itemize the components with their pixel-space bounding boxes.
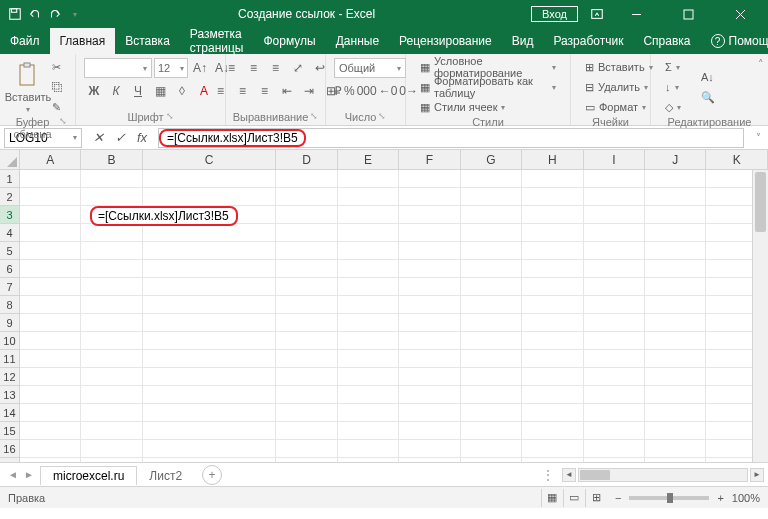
cell[interactable]	[584, 314, 645, 332]
cell[interactable]	[399, 458, 460, 462]
cell[interactable]	[461, 404, 522, 422]
horizontal-scrollbar[interactable]	[578, 468, 748, 482]
view-normal-icon[interactable]: ▦	[541, 489, 563, 507]
cell[interactable]	[584, 386, 645, 404]
sheet-tab[interactable]: Лист2	[137, 467, 194, 485]
comma-icon[interactable]: 000	[357, 81, 377, 101]
row-header[interactable]: 9	[0, 314, 20, 332]
cell[interactable]	[20, 440, 81, 458]
row-header[interactable]: 6	[0, 260, 20, 278]
cell[interactable]	[81, 224, 142, 242]
cell[interactable]	[20, 386, 81, 404]
cell[interactable]	[461, 458, 522, 462]
paste-button[interactable]: Вставить ▾	[8, 61, 48, 114]
cell[interactable]	[81, 350, 142, 368]
cell[interactable]	[338, 422, 399, 440]
cell[interactable]	[461, 368, 522, 386]
cell[interactable]	[20, 224, 81, 242]
cell[interactable]	[276, 224, 337, 242]
row-header[interactable]: 14	[0, 404, 20, 422]
worksheet-grid[interactable]: A B C D E F G H I J K 123456789101112131…	[0, 150, 768, 462]
cell[interactable]	[645, 332, 706, 350]
currency-icon[interactable]: ₽	[334, 81, 342, 101]
format-painter-icon[interactable]: ✎	[52, 98, 63, 116]
col-header[interactable]: A	[20, 150, 81, 169]
row-header[interactable]: 15	[0, 422, 20, 440]
new-sheet-button[interactable]: +	[202, 465, 222, 485]
col-header[interactable]: C	[143, 150, 277, 169]
insert-cells-button[interactable]: ⊞Вставить▾	[579, 58, 659, 76]
cell[interactable]	[399, 422, 460, 440]
undo-icon[interactable]	[28, 7, 42, 21]
cell[interactable]	[584, 296, 645, 314]
cell[interactable]	[20, 296, 81, 314]
row-header[interactable]: 8	[0, 296, 20, 314]
redo-icon[interactable]	[48, 7, 62, 21]
cell[interactable]	[522, 242, 583, 260]
cell[interactable]	[338, 260, 399, 278]
row-header[interactable]: 16	[0, 440, 20, 458]
cell[interactable]	[461, 350, 522, 368]
dialog-launcher-icon[interactable]: ⤡	[310, 111, 318, 123]
cell[interactable]	[20, 170, 81, 188]
cell[interactable]	[143, 386, 277, 404]
view-page-icon[interactable]: ▭	[563, 489, 585, 507]
cell[interactable]	[81, 368, 142, 386]
bold-button[interactable]: Ж	[84, 81, 104, 101]
cell[interactable]	[338, 386, 399, 404]
cell[interactable]	[338, 368, 399, 386]
autosum-button[interactable]: Σ ▾	[659, 58, 687, 76]
cell[interactable]	[645, 224, 706, 242]
cell[interactable]	[399, 224, 460, 242]
zoom-value[interactable]: 100%	[732, 492, 760, 504]
row-header[interactable]: 5	[0, 242, 20, 260]
cell[interactable]	[399, 368, 460, 386]
cell[interactable]	[584, 206, 645, 224]
col-header[interactable]: G	[461, 150, 522, 169]
cell[interactable]	[461, 332, 522, 350]
cell[interactable]	[143, 440, 277, 458]
minimize-button[interactable]	[616, 0, 656, 28]
select-all-corner[interactable]	[0, 150, 20, 169]
cell[interactable]	[461, 314, 522, 332]
col-header[interactable]: D	[276, 150, 337, 169]
cell[interactable]	[81, 386, 142, 404]
cell[interactable]	[461, 206, 522, 224]
align-right-icon[interactable]: ≡	[255, 81, 275, 101]
cell[interactable]	[645, 296, 706, 314]
row-header[interactable]: 4	[0, 224, 20, 242]
enter-formula-icon[interactable]: ✓	[112, 130, 128, 145]
cell[interactable]	[20, 242, 81, 260]
cell[interactable]	[399, 278, 460, 296]
cell[interactable]	[338, 404, 399, 422]
cell[interactable]	[143, 422, 277, 440]
cell[interactable]	[81, 440, 142, 458]
cell[interactable]	[584, 278, 645, 296]
row-header[interactable]: 10	[0, 332, 20, 350]
cell[interactable]	[276, 170, 337, 188]
cell[interactable]	[338, 458, 399, 462]
row-header[interactable]: 7	[0, 278, 20, 296]
col-header[interactable]: B	[81, 150, 142, 169]
cell[interactable]	[461, 242, 522, 260]
collapse-ribbon-icon[interactable]: ˄	[758, 58, 764, 71]
cell[interactable]	[20, 458, 81, 462]
scroll-right-icon[interactable]: ►	[750, 468, 764, 482]
cell[interactable]	[81, 296, 142, 314]
sheet-tab-active[interactable]: microexcel.ru	[40, 466, 137, 485]
cell[interactable]	[338, 242, 399, 260]
cell[interactable]	[338, 314, 399, 332]
cell[interactable]	[20, 368, 81, 386]
cell[interactable]	[143, 314, 277, 332]
indent-increase-icon[interactable]: ⇥	[299, 81, 319, 101]
cell[interactable]	[399, 296, 460, 314]
cell[interactable]	[81, 278, 142, 296]
align-center-icon[interactable]: ≡	[233, 81, 253, 101]
copy-icon[interactable]: ⿻	[52, 78, 63, 96]
row-header[interactable]: 11	[0, 350, 20, 368]
cell[interactable]	[461, 188, 522, 206]
tab-split-icon[interactable]: ⋮	[542, 468, 554, 482]
cell[interactable]	[522, 188, 583, 206]
cell[interactable]	[522, 296, 583, 314]
cell[interactable]	[20, 206, 81, 224]
